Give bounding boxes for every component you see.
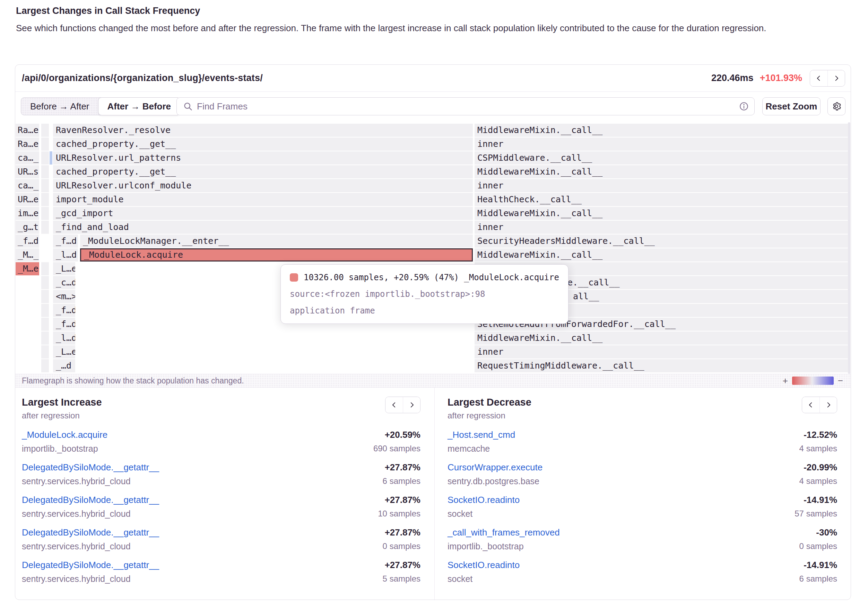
frame-cell-left[interactable]: Ra…e <box>15 124 39 137</box>
frame-mini-cell[interactable] <box>41 193 49 206</box>
frame-cell[interactable]: _c…d <box>53 276 75 289</box>
frame-cell[interactable]: _l…d <box>53 248 78 261</box>
increase-prev-button[interactable] <box>385 397 403 413</box>
list-item: DelegatedBySiloMode.__getattr__sentry.se… <box>22 560 420 584</box>
frame-bar-right[interactable]: MiddlewareMixin.__call__ <box>474 165 850 178</box>
settings-button[interactable] <box>828 97 845 115</box>
frame-cell-left[interactable]: _M…_ <box>15 248 39 261</box>
frame-cell[interactable]: _f…d <box>53 304 75 317</box>
frame-mini-cell[interactable] <box>41 290 49 303</box>
flamegraph[interactable]: Ra…eRavenResolver._resolveMiddlewareMixi… <box>15 122 851 374</box>
reset-zoom-button[interactable]: Reset Zoom <box>762 97 820 115</box>
frame-mini-cell[interactable] <box>41 346 49 358</box>
function-package: sentry.services.hybrid_cloud <box>22 574 159 584</box>
frame-bar-right[interactable]: MiddlewareMixin.__call__ <box>474 332 850 345</box>
frame-indicator[interactable] <box>49 151 52 164</box>
function-link[interactable]: SocketIO.readinto <box>448 494 520 505</box>
frame-bar[interactable]: _gcd_import <box>53 207 473 220</box>
flamegraph-scrollbar[interactable] <box>848 122 850 374</box>
frame-label: inner <box>474 138 503 150</box>
frame-bar[interactable]: RavenResolver._resolve <box>53 124 473 137</box>
toggle-after-before[interactable]: After → Before <box>98 97 180 115</box>
selected-frame[interactable]: _ModuleLock.acquire <box>80 248 473 261</box>
frame-bar-right[interactable]: MiddlewareMixin.__call__ <box>474 207 850 220</box>
frame-bar[interactable]: _ModuleLockManager.__enter__ <box>80 235 473 248</box>
decrease-prev-button[interactable] <box>802 397 819 413</box>
frame-mini-cell[interactable] <box>41 276 49 289</box>
frame-mini-cell[interactable] <box>41 179 49 192</box>
function-package: socket <box>448 574 520 584</box>
frame-cell-left[interactable]: ca…_ <box>15 151 39 164</box>
frame-cell[interactable]: _l…d <box>53 332 75 345</box>
frame-cell-left[interactable]: _f…d <box>15 235 39 248</box>
frame-mini-cell[interactable] <box>41 359 49 372</box>
toggle-before-after[interactable]: Before → After <box>21 98 98 115</box>
search-input[interactable] <box>197 101 739 112</box>
frame-cell-left[interactable]: UR…e <box>15 193 39 206</box>
frame-mini-cell[interactable] <box>41 332 49 345</box>
frame-cell-left[interactable]: Ra…e <box>15 138 39 150</box>
frame-bar-right[interactable]: SecurityHeadersMiddleware.__call__ <box>474 235 850 248</box>
frame-label: CSPMiddleware.__call__ <box>474 151 592 164</box>
info-icon[interactable] <box>739 101 749 111</box>
function-package: sentry.services.hybrid_cloud <box>22 476 159 486</box>
frame-bar[interactable]: URLResolver.urlconf_module <box>53 179 473 192</box>
frame-bar-right[interactable]: inner <box>474 221 850 234</box>
frame-cell-left[interactable]: UR…s <box>15 165 39 178</box>
frame-cell-left[interactable]: _M…e <box>15 262 39 275</box>
frame-cell-left[interactable]: _g…t <box>15 221 39 234</box>
function-link[interactable]: _Host.send_cmd <box>448 430 515 440</box>
function-link[interactable]: DelegatedBySiloMode.__getattr__ <box>22 560 159 570</box>
frame-mini-cell[interactable] <box>41 165 49 178</box>
frame-cell[interactable]: _L…e <box>53 346 75 358</box>
function-link[interactable]: DelegatedBySiloMode.__getattr__ <box>22 462 159 473</box>
frame-bar-right[interactable]: HealthCheck.__call__ <box>474 193 850 206</box>
sample-count: 4 samples <box>799 476 837 486</box>
frame-cell[interactable]: _f…d <box>53 318 75 331</box>
frame-bar[interactable]: import_module <box>53 193 473 206</box>
frame-cell-left[interactable]: ca…_ <box>15 179 39 192</box>
frame-label: inner <box>474 346 503 358</box>
function-link[interactable]: CursorWrapper.execute <box>448 462 543 473</box>
frame-bar-right[interactable]: MiddlewareMixin.__call__ <box>474 124 850 137</box>
function-link[interactable]: DelegatedBySiloMode.__getattr__ <box>22 494 159 505</box>
frame-mini-cell[interactable] <box>41 138 49 150</box>
increase-next-button[interactable] <box>403 397 420 413</box>
frame-mini-cell[interactable] <box>41 207 49 220</box>
function-package: sentry.services.hybrid_cloud <box>22 541 159 551</box>
decrease-subtitle: after regression <box>448 411 802 421</box>
sample-count: 6 samples <box>799 574 837 584</box>
frame-bar-right[interactable]: MiddlewareMixin.__call__ <box>474 248 850 261</box>
frame-bar-right[interactable]: CSPMiddleware.__call__ <box>474 151 850 164</box>
frame-mini-cell[interactable] <box>41 124 49 137</box>
frame-mini-cell[interactable] <box>41 151 49 164</box>
function-link[interactable]: SocketIO.readinto <box>448 560 520 570</box>
function-link[interactable]: _ModuleLock.acquire <box>22 430 108 440</box>
frame-bar-right[interactable]: inner <box>474 138 850 150</box>
frame-bar-right[interactable]: inner <box>474 179 850 192</box>
frame-cell[interactable]: _f…d <box>53 235 78 248</box>
frame-bar[interactable]: cached_property.__get__ <box>53 165 473 178</box>
frame-cell[interactable]: _…d <box>53 359 75 372</box>
frame-mini-cell[interactable] <box>41 304 49 317</box>
frame-bar-right[interactable]: inner <box>474 346 850 358</box>
frame-bar[interactable]: _find_and_load <box>53 221 473 234</box>
endpoint-header: /api/0/organizations/{organization_slug}… <box>15 65 851 92</box>
function-link[interactable]: _call_with_frames_removed <box>448 527 560 538</box>
frame-mini-cell[interactable] <box>41 221 49 234</box>
frame-cell[interactable]: <m…> <box>53 290 75 303</box>
frame-cell[interactable]: _L…e <box>53 262 75 275</box>
find-frames-search[interactable] <box>177 97 755 115</box>
frame-mini-cell[interactable] <box>41 318 49 331</box>
function-link[interactable]: DelegatedBySiloMode.__getattr__ <box>22 527 159 538</box>
frame-cell-left[interactable]: im…e <box>15 207 39 220</box>
frame-mini-cell[interactable] <box>41 262 49 275</box>
prev-endpoint-button[interactable] <box>810 70 828 86</box>
frame-bar[interactable]: URLResolver.url_patterns <box>53 151 473 164</box>
legend-plus: + <box>783 375 788 386</box>
frame-label: ca…_ <box>15 179 38 192</box>
decrease-next-button[interactable] <box>819 397 837 413</box>
frame-bar-right[interactable]: RequestTimingMiddleware.__call__ <box>474 359 850 372</box>
frame-bar[interactable]: cached_property.__get__ <box>53 138 473 150</box>
next-endpoint-button[interactable] <box>828 70 845 86</box>
